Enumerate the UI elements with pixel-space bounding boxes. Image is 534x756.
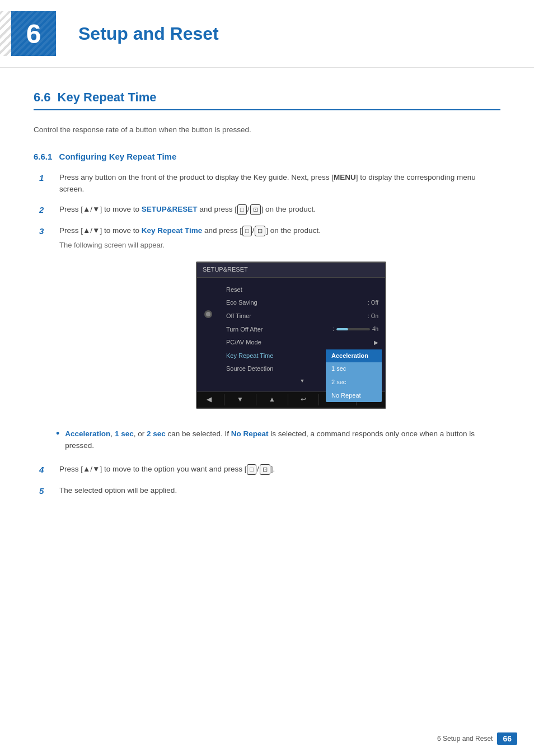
section-number: 6.6: [34, 90, 51, 105]
bar-container: : 4h: [332, 325, 378, 334]
step-content-2: Press [▲/▼] to move to SETUP&RESET and p…: [59, 203, 500, 216]
subsection-title: Configuring Key Repeat Time: [59, 152, 177, 161]
key-return: ⊡: [250, 204, 261, 216]
chapter-badge: 6: [11, 11, 56, 56]
bullet-section: • Acceleration, 1 sec, or 2 sec can be s…: [56, 428, 500, 452]
screen-note: The following screen will appear.: [59, 240, 500, 251]
option-no-repeat: No Repeat: [326, 389, 382, 403]
main-content: 6.6 Key Repeat Time Control the response…: [0, 68, 534, 528]
step-content-4: Press [▲/▼] to move to the option you wa…: [59, 463, 500, 475]
setup-reset-link: SETUP&RESET: [142, 205, 198, 213]
steps-list-2: 4 Press [▲/▼] to move to the option you …: [34, 463, 500, 498]
selection-dot: [204, 310, 212, 318]
key-return-3: ⊡: [260, 464, 270, 475]
page-footer: 6 Setup and Reset 66: [437, 732, 517, 745]
step-number-4: 4: [39, 463, 53, 477]
option-acceleration: Acceleration: [326, 349, 382, 363]
steps-list: 1 Press any button on the front of the p…: [34, 171, 500, 419]
section-title: Key Repeat Time: [58, 90, 157, 105]
menu-item-reset: Reset: [223, 283, 382, 297]
screen-body: Reset Eco Saving : Off Off Timer: [197, 278, 385, 392]
step-5: 5 The selected option will be applied.: [39, 484, 500, 498]
divider3: [288, 394, 288, 405]
subsection-number: 6.6.1: [34, 152, 52, 161]
arrow-icon: ▶: [374, 338, 378, 347]
divider2: [256, 394, 256, 405]
key-box-2: □: [242, 226, 252, 237]
menu-item-key-repeat: Key Repeat Time Acceleration 1 sec 2 sec…: [223, 349, 382, 363]
bar-track: [336, 328, 370, 330]
screen-title: SETUP&RESET: [203, 266, 248, 273]
footer-btn-up: ▲: [269, 394, 275, 405]
screen-menu: Reset Eco Saving : Off Off Timer: [219, 281, 385, 389]
option-1sec-text: 1 sec: [115, 430, 134, 438]
footer-btn-enter: ↩: [301, 394, 306, 405]
screen-container: SETUP&RESET Reset: [82, 262, 500, 408]
footer-chapter-text: 6 Setup and Reset: [437, 735, 493, 743]
screen-header: SETUP&RESET: [197, 263, 385, 278]
footer-page-number: 66: [497, 732, 517, 745]
step-3: 3 Press [▲/▼] to move to Key Repeat Time…: [39, 225, 500, 419]
subsection-heading: 6.6.1 Configuring Key Repeat Time: [34, 152, 500, 161]
step-4: 4 Press [▲/▼] to move to the option you …: [39, 463, 500, 477]
step-number-2: 2: [39, 203, 53, 217]
step-content-3: Press [▲/▼] to move to Key Repeat Time a…: [59, 225, 500, 419]
chapter-number: 6: [26, 18, 41, 49]
no-repeat-text: No Repeat: [231, 430, 269, 438]
section-description: Control the response rate of a button wh…: [34, 124, 500, 136]
monitor-screen: SETUP&RESET Reset: [196, 262, 386, 408]
step-content-5: The selected option will be applied.: [59, 484, 500, 497]
option-2sec: 2 sec: [326, 376, 382, 389]
key-box-3: □: [247, 464, 256, 475]
menu-item-turn-off-after: Turn Off After : 4h: [223, 323, 382, 337]
bullet-text: Acceleration, 1 sec, or 2 sec can be sel…: [65, 428, 500, 452]
step-2: 2 Press [▲/▼] to move to SETUP&RESET and…: [39, 203, 500, 217]
step-content-1: Press any button on the front of the pro…: [59, 171, 500, 195]
menu-item-off-timer: Off Timer : On: [223, 310, 382, 323]
page-title: Setup and Reset: [78, 24, 219, 44]
dropdown-panel: Acceleration 1 sec 2 sec No Repeat: [326, 349, 382, 402]
footer-btn-back: ◀: [207, 394, 212, 405]
menu-item-eco-saving: Eco Saving : Off: [223, 296, 382, 310]
bar-fill: [336, 328, 348, 330]
divider: [224, 394, 224, 405]
key-box: □: [237, 204, 247, 216]
page-header: 6 Setup and Reset: [0, 0, 534, 68]
screen-indicator: [197, 281, 219, 389]
footer-btn-down: ▼: [237, 394, 243, 405]
key-return-2: ⊡: [255, 226, 265, 237]
step-number-5: 5: [39, 484, 53, 498]
option-2sec-text: 2 sec: [147, 430, 166, 438]
key-repeat-time-link: Key Repeat Time: [142, 226, 203, 235]
stripe-decoration: [0, 11, 11, 56]
menu-item-pcav-mode: PC/AV Mode ▶: [223, 336, 382, 349]
menu-key: MENU: [334, 173, 356, 181]
section-heading: 6.6 Key Repeat Time: [34, 90, 500, 110]
divider4: [318, 394, 319, 405]
step-number-1: 1: [39, 171, 53, 185]
step-1: 1 Press any button on the front of the p…: [39, 171, 500, 195]
bullet-icon: •: [56, 428, 59, 440]
option-acceleration-text: Acceleration: [65, 430, 110, 438]
chapter-badge-container: 6: [11, 11, 67, 56]
step-number-3: 3: [39, 225, 53, 238]
option-1sec: 1 sec: [326, 362, 382, 376]
